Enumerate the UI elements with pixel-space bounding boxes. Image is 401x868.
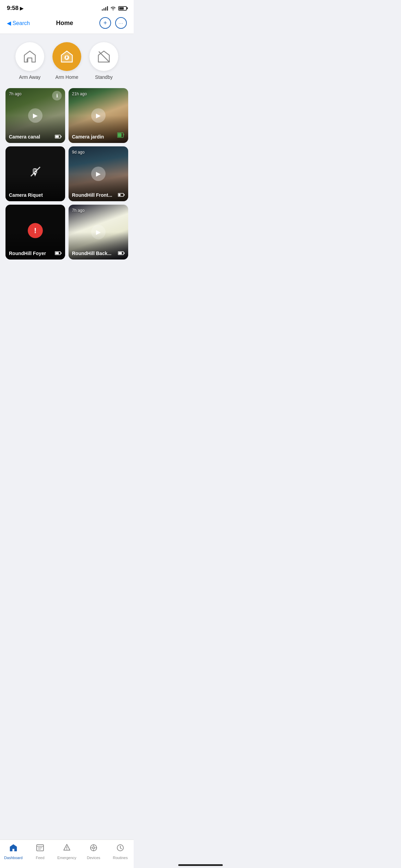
roundhill-foyer-card[interactable]: ! RoundHill Foyer	[5, 205, 65, 260]
camera-canal-timestamp: 7h ago	[9, 92, 22, 96]
camera-canal-name: Camera canal	[9, 134, 40, 140]
camera-canal-battery	[55, 135, 62, 140]
location-icon: ▶	[20, 6, 23, 11]
standby-label: Standby	[95, 74, 112, 80]
camera-riquet-name: Camera Riquet	[9, 192, 43, 198]
back-button[interactable]: ◀ Search	[7, 20, 30, 26]
status-bar: 9:58 ▶	[0, 0, 134, 14]
arm-home-icon	[59, 49, 74, 64]
arm-home-label: Arm Home	[56, 74, 78, 80]
roundhill-back-timestamp: 7h ago	[72, 208, 85, 213]
svg-rect-16	[119, 252, 122, 254]
svg-rect-4	[61, 136, 62, 137]
main-content: Arm Away Arm Home Standby	[0, 34, 134, 287]
svg-rect-9	[124, 194, 125, 196]
camera-canal-card[interactable]: 7h ago ℹ ▶ Camera canal	[5, 88, 65, 143]
roundhill-front-play[interactable]: ▶	[91, 167, 106, 181]
roundhill-foyer-name: RoundHill Foyer	[9, 251, 46, 256]
more-button[interactable]: ···	[115, 17, 127, 29]
roundhill-back-battery	[118, 251, 125, 256]
camera-jardin-name: Camera jardin	[72, 134, 104, 140]
camera-jardin-play[interactable]: ▶	[91, 108, 106, 123]
roundhill-back-card[interactable]: 7h ago ▶ RoundHill Back...	[69, 205, 128, 260]
svg-rect-10	[119, 194, 121, 196]
camera-riquet-card[interactable]: 🎙 Camera Riquet	[5, 146, 65, 201]
roundhill-front-battery	[118, 193, 125, 198]
roundhill-back-name: RoundHill Back...	[72, 251, 111, 256]
camera-canal-play[interactable]: ▶	[28, 108, 42, 123]
page-title: Home	[56, 20, 73, 27]
roundhill-front-card[interactable]: 9d ago ▶ RoundHill Front...	[69, 146, 128, 201]
camera-canal-info[interactable]: ℹ	[52, 91, 62, 100]
svg-rect-7	[118, 133, 122, 137]
svg-rect-15	[124, 253, 125, 254]
status-time: 9:58 ▶	[7, 5, 23, 12]
camera-jardin-timestamp: 21h ago	[72, 92, 87, 96]
standby-mode[interactable]: Standby	[89, 42, 118, 80]
arm-away-label: Arm Away	[19, 74, 41, 80]
nav-bar: ◀ Search Home + ···	[0, 14, 134, 34]
roundhill-foyer-battery	[55, 251, 62, 256]
roundhill-foyer-error: !	[28, 223, 43, 238]
battery-icon	[118, 6, 127, 11]
roundhill-front-timestamp: 9d ago	[72, 150, 85, 155]
arm-away-circle	[15, 42, 44, 71]
nav-actions: + ···	[99, 17, 127, 29]
roundhill-front-name: RoundHill Front...	[72, 192, 112, 198]
svg-rect-5	[56, 136, 59, 138]
svg-point-1	[66, 57, 68, 58]
standby-icon	[96, 49, 111, 64]
wifi-icon	[110, 5, 116, 11]
camera-riquet-offline-icon: 🎙	[31, 167, 40, 178]
camera-jardin-card[interactable]: 21h ago ▶ Camera jardin	[69, 88, 128, 143]
status-icons	[102, 5, 127, 11]
add-button[interactable]: +	[99, 17, 111, 29]
camera-grid: 7h ago ℹ ▶ Camera canal 21h ago ▶ Camera…	[5, 88, 128, 260]
arm-home-circle	[52, 42, 81, 71]
arm-away-mode[interactable]: Arm Away	[15, 42, 44, 80]
signal-icon	[102, 6, 108, 11]
camera-jardin-status	[117, 132, 125, 140]
arm-home-mode[interactable]: Arm Home	[52, 42, 81, 80]
svg-rect-13	[56, 252, 59, 254]
standby-circle	[89, 42, 118, 71]
svg-rect-12	[61, 253, 62, 254]
alarm-modes: Arm Away Arm Home Standby	[5, 42, 128, 80]
roundhill-back-play[interactable]: ▶	[91, 225, 106, 239]
arm-away-icon	[22, 49, 37, 64]
